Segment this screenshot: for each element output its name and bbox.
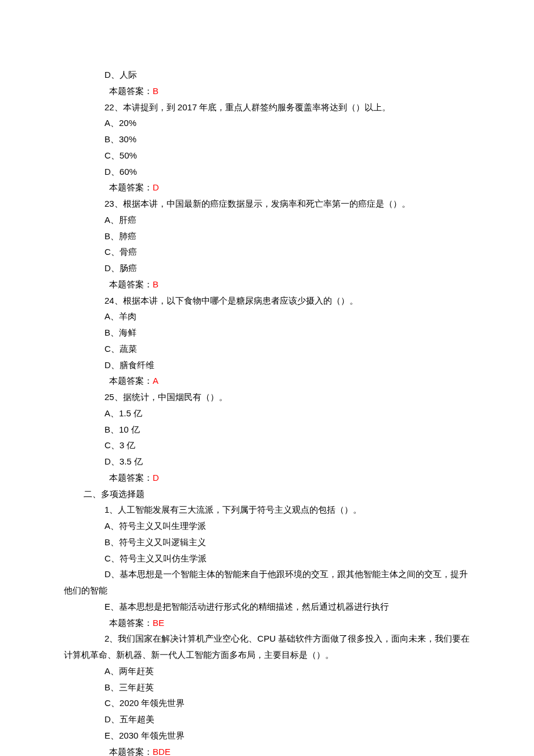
text-content: B、30% [104,134,136,144]
text-line: A、两年赶英 [64,663,470,679]
text-content: B、三年赶英 [104,682,154,692]
answer-label: 本题答案： [109,618,153,628]
text-line: 22、本讲提到，到 2017 年底，重点人群签约服务覆盖率将达到（）以上。 [64,99,470,116]
text-content: E、2030 年领先世界 [104,730,185,740]
text-content: B、10 亿 [104,424,140,434]
text-content: C、2020 年领先世界 [104,698,185,708]
text-line: E、2030 年领先世界 [64,728,470,744]
text-content: A、羊肉 [104,311,136,321]
text-line: B、10 亿 [64,422,470,438]
text-line: B、海鲜 [64,325,470,341]
text-line: D、60% [64,164,470,180]
question-text: D、基本思想是一个智能主体的智能来自于他跟环境的交互，跟其他智能主体之间的交互，… [64,566,470,599]
text-content: C、3 亿 [104,440,135,450]
text-line: C、符号主义又叫仿生学派 [64,550,470,567]
text-content: 23、根据本讲，中国最新的癌症数据显示，发病率和死亡率第一的癌症是（）。 [104,199,410,208]
text-content: 1、人工智能发展有三大流派，下列属于符号主义观点的包括（）。 [104,505,362,514]
text-line: B、符号主义又叫逻辑主义 [64,534,470,550]
answer-label: 本题答案： [109,473,153,483]
text-line: D、人际 [64,67,470,83]
text-content: A、符号主义又叫生理学派 [104,521,206,531]
text-content: 25、据统计，中国烟民有（）。 [104,392,228,402]
text-content: C、50% [104,150,137,160]
text-content: D、60% [104,167,137,177]
text-content: A、1.5 亿 [104,408,142,418]
text-line: C、骨癌 [64,244,470,260]
text-line: 1、人工智能发展有三大流派，下列属于符号主义观点的包括（）。 [64,502,470,518]
text-line: C、2020 年领先世界 [64,695,470,711]
text-line: 25、据统计，中国烟民有（）。 [64,389,470,405]
answer-label: 本题答案： [109,182,153,192]
answer-label: 本题答案： [109,279,153,289]
section-heading: 二、多项选择题 [64,486,470,502]
text-content: D、人际 [104,70,137,80]
text-content: 二、多项选择题 [84,489,145,499]
text-line: A、符号主义又叫生理学派 [64,518,470,534]
answer-line: 本题答案：BDE [64,744,470,757]
answer-value: D [153,182,159,192]
question-text: 2、我们国家在解决计算机产业空心化、CPU 基础软件方面做了很多投入，面向未来，… [64,631,470,663]
text-content: 24、根据本讲，以下食物中哪个是糖尿病患者应该少摄入的（）。 [104,296,358,305]
answer-line: 本题答案：B [64,83,470,99]
text-line: 23、根据本讲，中国最新的癌症数据显示，发病率和死亡率第一的癌症是（）。 [64,196,470,212]
text-content: B、海鲜 [104,327,136,337]
text-line: B、肺癌 [64,228,470,244]
text-content: D、膳食纤维 [104,360,154,370]
document-page: D、人际本题答案：B22、本讲提到，到 2017 年底，重点人群签约服务覆盖率将… [0,0,534,756]
text-content: D、五年超美 [104,714,154,724]
text-content: C、符号主义又叫仿生学派 [104,553,207,563]
answer-value: B [153,86,158,96]
answer-line: 本题答案：D [64,470,470,486]
text-line: C、蔬菜 [64,341,470,357]
text-content: A、肝癌 [104,215,136,225]
answer-value: BDE [153,747,171,757]
text-content: B、肺癌 [104,231,136,241]
answer-value: D [153,473,159,483]
text-line: B、30% [64,131,470,147]
text-line: E、基本思想是把智能活动进行形式化的精细描述，然后通过机器进行执行 [64,599,470,615]
answer-line: 本题答案：A [64,373,470,389]
text-line: A、20% [64,115,470,131]
text-content: 22、本讲提到，到 2017 年底，重点人群签约服务覆盖率将达到（）以上。 [104,102,391,112]
text-content: B、符号主义又叫逻辑主义 [104,537,206,547]
text-line: D、3.5 亿 [64,453,470,470]
text-line: B、三年赶英 [64,679,470,696]
text-line: 24、根据本讲，以下食物中哪个是糖尿病患者应该少摄入的（）。 [64,293,470,309]
answer-line: 本题答案：D [64,179,470,196]
answer-value: A [153,376,158,386]
text-content: C、骨癌 [104,247,137,257]
text-line: A、1.5 亿 [64,405,470,422]
text-line: A、羊肉 [64,308,470,325]
text-line: D、肠癌 [64,260,470,276]
text-content: D、3.5 亿 [104,456,143,466]
text-content: 2、我们国家在解决计算机产业空心化、CPU 基础软件方面做了很多投入，面向未来，… [64,633,470,660]
text-content: C、蔬菜 [104,344,137,354]
text-line: D、膳食纤维 [64,357,470,373]
answer-label: 本题答案： [109,86,153,96]
text-content: D、肠癌 [104,263,137,273]
text-content: D、基本思想是一个智能主体的智能来自于他跟环境的交互，跟其他智能主体之间的交互，… [64,569,468,595]
text-line: A、肝癌 [64,212,470,228]
text-content: E、基本思想是把智能活动进行形式化的精细描述，然后通过机器进行执行 [104,602,389,611]
text-line: C、50% [64,147,470,164]
answer-value: BE [153,618,164,628]
answer-label: 本题答案： [109,747,153,757]
answer-value: B [153,279,158,289]
text-content: A、20% [104,118,136,128]
answer-label: 本题答案： [109,376,153,386]
answer-line: 本题答案：B [64,276,470,293]
answer-line: 本题答案：BE [64,615,470,631]
text-line: C、3 亿 [64,437,470,453]
text-line: D、五年超美 [64,711,470,728]
text-content: A、两年赶英 [104,666,154,676]
